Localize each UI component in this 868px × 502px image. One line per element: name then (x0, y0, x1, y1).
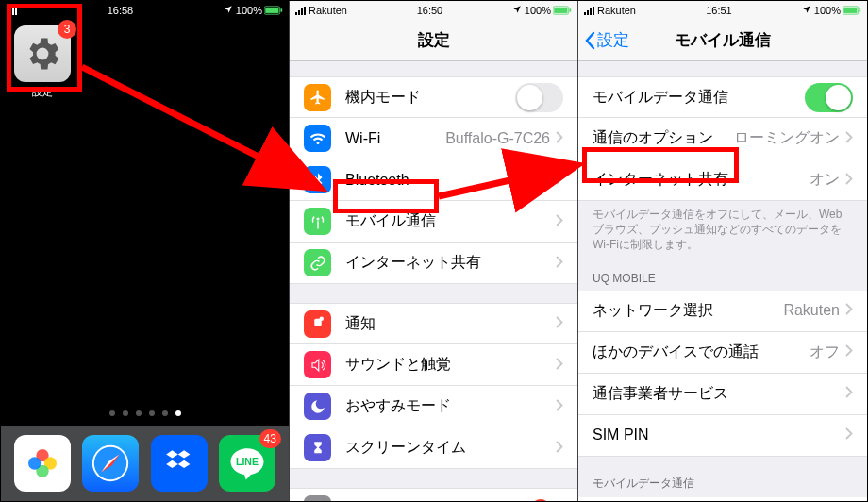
chevron-right-icon (556, 500, 563, 501)
chevron-right-icon (556, 255, 563, 272)
chevron-left-icon (584, 31, 595, 50)
svg-rect-1 (265, 8, 278, 13)
hourglass-icon (304, 434, 331, 461)
cell-mobile-data[interactable]: モバイルデータ通信 (578, 76, 867, 118)
highlight-hotspot-cell (582, 147, 739, 183)
svg-rect-11 (554, 8, 567, 13)
phone-settings-root: Rakuten 16:50 100% 設定 機内モード Wi-Fi Buffal… (290, 1, 578, 501)
settings-group-alerts: 通知 サウンドと触覚 おやすみモード スクリーンタイム (290, 303, 577, 469)
page-title: モバイル通信 (675, 29, 771, 51)
back-button[interactable]: 設定 (584, 29, 629, 51)
chevron-right-icon (845, 343, 853, 360)
dropbox-icon (162, 446, 196, 480)
dropbox-app[interactable] (151, 435, 208, 492)
compass-icon (89, 442, 132, 485)
link-icon (304, 249, 331, 276)
status-time: 16:58 (108, 5, 134, 16)
cell-sounds[interactable]: サウンドと触覚 (290, 344, 577, 386)
chevron-right-icon (556, 213, 563, 230)
cell-current-period: 現在までの合計 6.3 GB (578, 497, 867, 501)
status-time: 16:50 (417, 5, 443, 16)
highlight-settings-app (7, 4, 82, 92)
cell-label: 一般 (345, 499, 531, 502)
location-icon (802, 5, 811, 16)
cell-value: ローミングオン (734, 128, 840, 148)
chevron-right-icon (845, 302, 853, 319)
navbar: 設定 (290, 20, 577, 61)
chevron-right-icon (556, 315, 563, 332)
navbar: 設定 モバイル通信 (578, 20, 867, 61)
chevron-right-icon (845, 427, 853, 443)
page-indicator[interactable] (1, 410, 289, 416)
general-badge: 1 (531, 499, 550, 501)
airplane-toggle[interactable] (515, 83, 563, 112)
status-bar: Rakuten 16:50 100% (290, 1, 577, 20)
cell-label: SIM PIN (593, 427, 845, 443)
cell-wifi-calling[interactable]: ほかのデバイスでの通話 オフ (578, 332, 867, 374)
mobile-data-toggle[interactable] (805, 83, 853, 112)
cellular-group-carrier: UQ MOBILE ネットワーク選択 Rakuten ほかのデバイスでの通話 オ… (578, 272, 867, 457)
cell-label: モバイル通信 (345, 211, 556, 231)
battery-status: 100% (814, 5, 861, 16)
cell-value: オフ (810, 343, 840, 362)
line-badge: 43 (259, 429, 281, 448)
cell-label: ネットワーク選択 (593, 301, 783, 321)
bell-icon (304, 310, 331, 338)
group-header: モバイルデータ通信 (578, 476, 867, 497)
chevron-right-icon (845, 172, 853, 189)
svg-point-14 (319, 317, 324, 322)
gear-icon (304, 495, 331, 502)
svg-rect-19 (860, 8, 861, 11)
wifi-icon (304, 125, 331, 152)
status-time: 16:51 (706, 5, 732, 16)
cell-value: Buffalo-G-7C26 (445, 130, 550, 147)
cell-label: おやすみモード (345, 396, 556, 416)
svg-rect-2 (280, 8, 282, 11)
cell-carrier-services[interactable]: 通信事業者サービス (578, 374, 867, 415)
location-icon (512, 5, 522, 16)
cell-airplane[interactable]: 機内モード (290, 76, 577, 118)
settings-group-general: 一般 1 コントロールセンター (290, 488, 577, 501)
svg-point-6 (28, 457, 41, 469)
photos-icon (24, 444, 61, 482)
cell-label: 通信のオプション (593, 128, 734, 148)
signal-icon (295, 7, 306, 15)
chevron-right-icon (845, 385, 853, 402)
cell-label: インターネット共有 (345, 253, 556, 273)
speaker-icon (304, 351, 331, 378)
cell-label: サウンドと触覚 (345, 355, 556, 375)
cell-value: オン (520, 170, 550, 190)
chevron-right-icon (556, 172, 563, 189)
cell-general[interactable]: 一般 1 (290, 488, 577, 501)
cell-label: 機内モード (345, 88, 515, 108)
cell-dnd[interactable]: おやすみモード (290, 386, 577, 427)
cell-value: オン (810, 170, 840, 190)
cell-label: Wi-Fi (345, 130, 445, 147)
battery-status: 100% (525, 5, 572, 16)
cell-label: ほかのデバイスでの通話 (593, 343, 810, 362)
carrier-label: Rakuten (309, 5, 347, 16)
location-icon (224, 5, 233, 16)
cell-notifications[interactable]: 通知 (290, 303, 577, 344)
cell-hotspot[interactable]: インターネット共有 (290, 243, 577, 284)
line-icon: LINE (227, 443, 267, 483)
cell-sim-pin[interactable]: SIM PIN (578, 415, 867, 457)
line-app[interactable]: LINE 43 (219, 435, 275, 492)
svg-rect-12 (570, 8, 572, 11)
cell-wifi[interactable]: Wi-Fi Buffalo-G-7C26 (290, 118, 577, 159)
safari-app[interactable] (82, 435, 139, 492)
cell-screentime[interactable]: スクリーンタイム (290, 427, 577, 469)
status-bar: Rakuten 16:51 100% (578, 1, 867, 20)
airplane-icon (304, 84, 331, 111)
cell-network-select[interactable]: ネットワーク選択 Rakuten (578, 291, 867, 332)
carrier-label: Rakuten (597, 5, 636, 16)
phone-cellular-settings: Rakuten 16:51 100% 設定 モバイル通信 モバイルデータ通信 通… (578, 1, 867, 501)
chevron-right-icon (556, 357, 563, 374)
cell-label: モバイルデータ通信 (593, 88, 805, 108)
antenna-icon (304, 208, 331, 235)
cell-label: 通信事業者サービス (593, 384, 845, 404)
dock: LINE 43 (1, 426, 289, 501)
battery-status: 100% (236, 5, 283, 16)
cell-value: Rakuten (783, 302, 840, 319)
photos-app[interactable] (14, 435, 71, 492)
